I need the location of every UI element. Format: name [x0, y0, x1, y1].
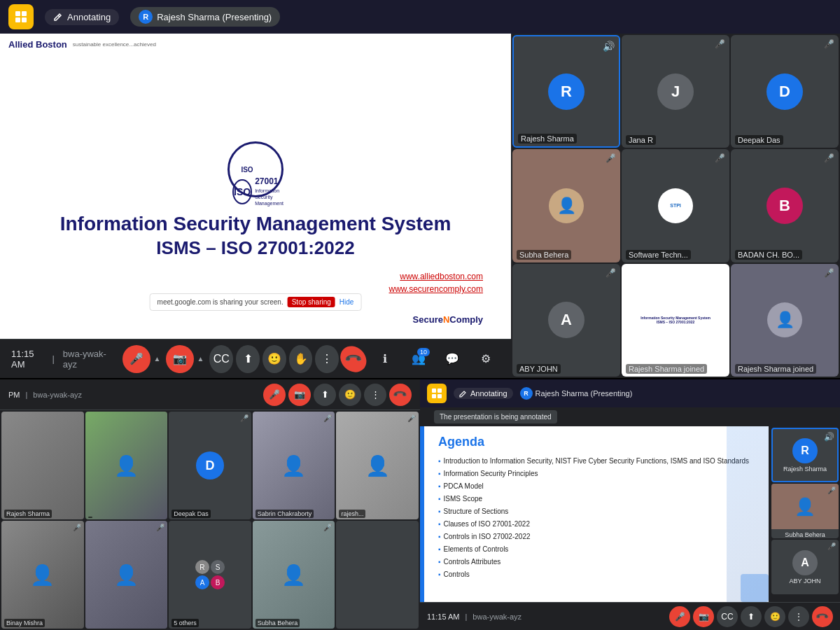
participant-tile-jana[interactable]: J Jana R 🎤 [622, 35, 729, 148]
bg-tile-subha[interactable]: 👤 Subha Behera 🎤 [253, 521, 335, 629]
present-button[interactable]: ⬆ [236, 345, 260, 373]
bg-tile-name: Subha Behera [255, 619, 300, 627]
emoji-button[interactable]: 🙂 [262, 345, 286, 373]
bottom-mic-button[interactable]: 🎤 [263, 384, 286, 406]
main-view: Allied Boston sustainable excellence...a… [0, 34, 840, 378]
br-annotation-tooltip: The presentation is being annotated [434, 410, 557, 424]
presenter-avatar: R [139, 10, 153, 24]
br-slide: Agenda Introduction to Information Secur… [420, 426, 769, 602]
chat-button[interactable]: 💬 [438, 345, 466, 373]
br-speaking-icon: 🔊 [824, 432, 834, 442]
meeting-id: bwa-ywak-ayz [63, 349, 112, 370]
bottom-section: PM | bwa-ywak-ayz 🎤 📷 ⬆ 🙂 ⋮ 📞 Rajesh Sha… [0, 378, 840, 630]
br-participant-avatar: R [792, 438, 818, 463]
participant-tile-deepak[interactable]: D Deepak Das 🎤 [731, 35, 839, 148]
br-participant-name: ABY JOHN [790, 578, 821, 584]
more-options-button[interactable]: ⋮ [315, 345, 339, 373]
mic-button[interactable]: 🎤 [122, 345, 150, 373]
presenter-name: Rajesh Sharma (Presenting) [157, 12, 272, 22]
end-call-button[interactable]: 📞 [335, 340, 372, 377]
bg-tile-name [88, 517, 92, 518]
br-more-button[interactable]: ⋮ [788, 606, 809, 627]
presentation-thumbnail: Information Security Management System I… [622, 264, 729, 377]
participants-button[interactable]: 👥 10 [405, 345, 433, 373]
participant-tile-presentation-thumb[interactable]: Information Security Management System I… [622, 264, 729, 377]
br-tile-aby[interactable]: A ABY JOHN 🎤 [771, 540, 839, 594]
br-end-button[interactable]: 📞 [808, 601, 837, 630]
br-tile-subha[interactable]: 👤 Subha Behera 🎤 [771, 484, 839, 538]
hide-text[interactable]: Hide [340, 298, 354, 306]
stpi-logo: STPI [658, 188, 693, 223]
bottom-controls-bar: PM | bwa-ywak-ayz 🎤 📷 ⬆ 🙂 ⋮ 📞 [0, 379, 420, 410]
annotating-button[interactable]: Annotating [45, 9, 119, 25]
bg-tile-name: 5 others [172, 619, 199, 627]
br-presenter-chip[interactable]: R Rajesh Sharma (Presenting) [520, 387, 633, 400]
raise-hand-button[interactable]: ✋ [289, 345, 313, 373]
bg-tile-3[interactable]: D Deepak Das 🎤 [169, 412, 251, 519]
bottom-emoji-button[interactable]: 🙂 [339, 384, 361, 406]
br-tile-rajesh[interactable]: R Rajesh Sharma 🔊 [771, 428, 839, 482]
captions-button[interactable]: CC [209, 345, 233, 373]
mute-icon: 🎤 [824, 268, 834, 278]
bg-tile-name: Binay Mishra [4, 619, 45, 627]
brand-name: SecureNComply [413, 314, 483, 325]
mic-control: 🎤 ▲ [122, 345, 163, 373]
br-annotating-label: Annotating [470, 389, 507, 398]
br-slide-item-1: Introduction to Information Security, NI… [438, 456, 757, 465]
cam-caret[interactable]: ▲ [194, 345, 206, 373]
participant-name: ABY JOHN [517, 364, 561, 374]
bg-tile-5[interactable]: 👤 rajesh... 🎤 [336, 412, 419, 519]
bg-tile-mute: 🎤 [73, 524, 81, 531]
participant-tile-badan[interactable]: B BADAN CH. BO... 🎤 [731, 149, 839, 262]
info-button[interactable]: ℹ [371, 345, 399, 373]
participant-tile-rajesh2[interactable]: 👤 Rajesh Sharma joined 🎤 [731, 264, 839, 377]
slide-heading2: ISMS – ISO 27001:2022 [60, 237, 451, 259]
br-captions-button[interactable]: CC [717, 606, 738, 627]
participant-tile-rajesh[interactable]: R Rajesh Sharma 🔊 [512, 35, 620, 148]
bg-tile-1[interactable]: Rajesh Sharma [1, 412, 84, 519]
stop-sharing-button[interactable]: Stop sharing [288, 297, 335, 307]
br-slide-item-3: PDCA Model [438, 482, 757, 491]
bg-avatar: D [196, 451, 224, 479]
cam-control: 📷 ▲ [166, 345, 206, 373]
participant-tile-stpi[interactable]: STPI Software Techn... 🎤 [622, 149, 729, 262]
presenter-chip[interactable]: R Rajesh Sharma (Presenting) [130, 7, 280, 27]
bg-tile-mute: 🎤 [407, 414, 416, 422]
bottom-end-button[interactable]: 📞 [384, 379, 416, 410]
br-participants-strip: R Rajesh Sharma 🔊 👤 Subha Behera 🎤 A ABY… [770, 426, 840, 602]
participant-name: Subha Behera [517, 250, 571, 260]
br-time: 11:15 AM [427, 612, 459, 621]
mute-icon: 🎤 [715, 39, 725, 49]
bottom-meeting-id: bwa-ywak-ayz [33, 391, 82, 399]
mute-icon: 🎤 [824, 39, 834, 49]
br-participant-name: Subha Behera [785, 531, 825, 538]
participant-name: BADAN CH. BO... [735, 250, 802, 260]
bg-tile-6[interactable]: 👤 Binay Mishra 🎤 [1, 521, 84, 629]
br-slide-item-8: Elements of Controls [438, 545, 757, 554]
bottom-more-button[interactable]: ⋮ [364, 384, 386, 406]
svg-rect-7 [432, 394, 436, 398]
activities-button[interactable]: ⚙ [472, 345, 500, 373]
bg-tile-7[interactable]: 👤 🎤 [85, 521, 168, 629]
br-mic-button[interactable]: 🎤 [669, 606, 690, 627]
participant-name: Rajesh Sharma joined [626, 364, 707, 374]
br-cam-button[interactable]: 📷 [693, 606, 714, 627]
bg-tile-2[interactable]: 👤 [85, 412, 168, 519]
participant-tile-aby[interactable]: A ABY JOHN 🎤 [512, 264, 620, 377]
br-emoji-button[interactable]: 🙂 [764, 606, 785, 627]
svg-rect-0 [15, 11, 20, 16]
top-bar: Annotating R Rajesh Sharma (Presenting) [0, 0, 840, 34]
br-slide-item-6: Clauses of ISO 27001-2022 [438, 519, 757, 528]
br-annotating-button[interactable]: Annotating [454, 388, 513, 399]
participant-tile-subha[interactable]: 👤 Subha Behera 🎤 [512, 149, 620, 262]
mic-caret[interactable]: ▲ [150, 345, 163, 373]
bg-tile-others[interactable]: R S A B 5 others [169, 521, 251, 629]
br-mute-icon: 🎤 [827, 542, 836, 550]
br-present-button[interactable]: ⬆ [741, 606, 762, 627]
slide-decoration-2 [741, 574, 769, 602]
bottom-cam-button[interactable]: 📷 [288, 384, 311, 406]
bg-tile-4[interactable]: 👤 Sabrin Chakraborty 🎤 [253, 412, 335, 519]
bottom-present-button[interactable]: ⬆ [314, 384, 336, 406]
camera-button[interactable]: 📷 [166, 345, 194, 373]
svg-rect-8 [438, 394, 442, 398]
